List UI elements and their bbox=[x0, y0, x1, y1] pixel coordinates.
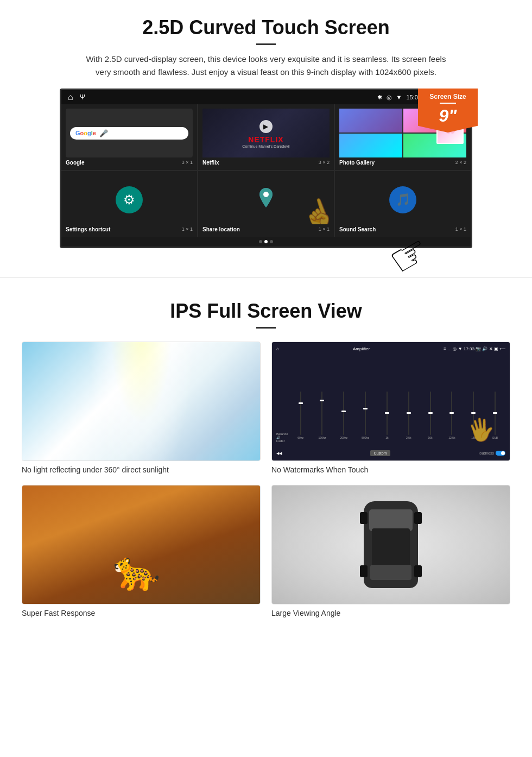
settings-tile-inner: ⚙ bbox=[66, 175, 193, 224]
curved-screen-section: 2.5D Curved Touch Screen With 2.5D curve… bbox=[0, 0, 532, 261]
features-grid: No light reflecting under 360° direct su… bbox=[22, 342, 510, 617]
sunlight-visual bbox=[22, 342, 260, 460]
gallery-label: Photo Gallery 2 × 2 bbox=[339, 160, 466, 166]
amplifier-image: ⌂ Amplifier ≡ … ◎ ▼ 17:33 📷 🔊 ✕ ▣ ⟵ Bala… bbox=[271, 342, 510, 461]
car-wheel-rear-left bbox=[360, 565, 368, 577]
amplifier-label: No Watermarks When Touch bbox=[271, 465, 510, 474]
google-logo: Google bbox=[75, 130, 96, 136]
amp-custom-btn[interactable]: Custom bbox=[370, 450, 390, 456]
car-wheel-front-left bbox=[360, 512, 368, 524]
ips-screen-section: IPS Full Screen View No light reflecting… bbox=[0, 294, 532, 634]
feature-amplifier: ⌂ Amplifier ≡ … ◎ ▼ 17:33 📷 🔊 ✕ ▣ ⟵ Bala… bbox=[271, 342, 510, 474]
car-visual: ◁ ▷ bbox=[272, 485, 510, 604]
amp-speaker-icon: 🔊 bbox=[276, 436, 288, 439]
usb-icon: Ψ bbox=[80, 93, 85, 101]
eq-bar-10k: 10k bbox=[420, 383, 441, 448]
sound-tile-size: 1 × 1 bbox=[455, 226, 466, 232]
share-tile-name: Share location bbox=[202, 226, 240, 232]
netflix-tile-inner: ▶ NETFLIX Continue Marvel's Daredevil bbox=[202, 109, 330, 157]
status-bar: ⌂ Ψ ✱ ◎ ▼ 15:06 📷 🔊 ✕ ▣ bbox=[61, 90, 471, 104]
sound-icon: 🎵 bbox=[389, 186, 416, 213]
amp-icons: ≡ … ◎ ▼ 17:33 📷 🔊 ✕ ▣ ⟵ bbox=[444, 346, 505, 351]
amp-home: ⌂ bbox=[276, 346, 279, 351]
feature-car: ◁ ▷ Large Viewing Angle bbox=[271, 485, 510, 617]
google-tile[interactable]: Google 🎤 Google 3 × 1 bbox=[61, 104, 197, 170]
section1-description: With 2.5D curved-display screen, this de… bbox=[81, 53, 451, 79]
amp-hand: 🖐 bbox=[465, 415, 496, 445]
play-button[interactable]: ▶ bbox=[259, 120, 273, 133]
car-top-view bbox=[364, 501, 418, 588]
sunlight-label: No light reflecting under 360° direct su… bbox=[22, 465, 261, 474]
dot-1 bbox=[259, 240, 262, 243]
share-label: Share location 1 × 1 bbox=[202, 226, 330, 232]
device-screen: ⌂ Ψ ✱ ◎ ▼ 15:06 📷 🔊 ✕ ▣ bbox=[60, 89, 472, 248]
netflix-subtitle: Continue Marvel's Daredevil bbox=[242, 144, 289, 148]
amp-header: ⌂ Amplifier ≡ … ◎ ▼ 17:33 📷 🔊 ✕ ▣ ⟵ bbox=[276, 346, 505, 351]
section-divider bbox=[0, 277, 532, 278]
title-divider bbox=[256, 43, 276, 45]
section2-divider bbox=[256, 327, 276, 329]
app-grid: Google 🎤 Google 3 × 1 bbox=[61, 104, 471, 237]
settings-tile-name: Settings shortcut bbox=[66, 226, 110, 232]
netflix-tile[interactable]: ▶ NETFLIX Continue Marvel's Daredevil Ne… bbox=[198, 104, 334, 170]
cheetah-visual: 🐆 bbox=[22, 485, 260, 604]
gallery-photo-1 bbox=[339, 109, 402, 133]
location-icon: ◎ bbox=[387, 94, 392, 101]
google-search-bar[interactable]: Google 🎤 bbox=[70, 127, 188, 140]
badge-size: 9" bbox=[439, 106, 457, 125]
hand-overlay: ☝ bbox=[297, 193, 330, 224]
wifi-icon: ▼ bbox=[396, 94, 402, 100]
gallery-tile-size: 2 × 2 bbox=[455, 160, 466, 166]
cheetah-silhouette: 🐆 bbox=[113, 548, 160, 593]
car-rear bbox=[370, 565, 411, 580]
device-wrapper: Screen Size 9" ⌂ Ψ ✱ ◎ ▼ 15:06 📷 🔊 ✕ bbox=[60, 89, 472, 248]
car-wheel-front-right bbox=[414, 512, 422, 524]
car-label: Large Viewing Angle bbox=[271, 609, 510, 617]
car-wheel-rear-right bbox=[414, 565, 422, 577]
svg-point-0 bbox=[263, 192, 269, 197]
sunlight-rays bbox=[87, 342, 195, 460]
settings-tile-size: 1 × 1 bbox=[182, 226, 193, 232]
car-roof bbox=[372, 528, 410, 569]
feature-cheetah: 🐆 Super Fast Response bbox=[22, 485, 261, 617]
netflix-overlay: ▶ NETFLIX Continue Marvel's Daredevil bbox=[242, 118, 289, 148]
eq-bar-60hz: 60hz bbox=[290, 383, 311, 448]
dot-3 bbox=[270, 240, 273, 243]
netflix-tile-size: 3 × 2 bbox=[319, 160, 330, 166]
feature-sunlight: No light reflecting under 360° direct su… bbox=[22, 342, 261, 474]
settings-tile[interactable]: ⚙ Settings shortcut 1 × 1 bbox=[61, 171, 197, 237]
netflix-logo: NETFLIX bbox=[242, 135, 289, 144]
dot-2 bbox=[264, 240, 268, 243]
eq-bar-12-5k: 12.5k bbox=[441, 383, 462, 448]
sound-tile-inner: 🎵 bbox=[339, 175, 466, 224]
amplifier-visual: ⌂ Amplifier ≡ … ◎ ▼ 17:33 📷 🔊 ✕ ▣ ⟵ Bala… bbox=[272, 342, 510, 460]
section1-title: 2.5D Curved Touch Screen bbox=[33, 16, 499, 39]
sunlight-image bbox=[22, 342, 261, 461]
amp-fader-label: Fader bbox=[276, 439, 288, 443]
share-tile[interactable]: ☝ Share location 1 × 1 bbox=[198, 171, 334, 237]
eq-bar-1k: 1k bbox=[377, 383, 397, 448]
badge-label: Screen Size bbox=[423, 93, 472, 100]
badge-divider bbox=[440, 103, 456, 104]
section2-title: IPS Full Screen View bbox=[22, 300, 510, 323]
loudness-label: loudness bbox=[479, 451, 494, 455]
netflix-tile-name: Netflix bbox=[202, 160, 219, 166]
pagination-dots bbox=[61, 237, 471, 247]
loudness-toggle-pill[interactable] bbox=[496, 451, 505, 456]
settings-icon: ⚙ bbox=[116, 186, 143, 213]
amp-nav-prev[interactable]: ◀◀ bbox=[276, 451, 282, 456]
share-tile-size: 1 × 1 bbox=[319, 226, 330, 232]
gallery-photo-3 bbox=[339, 134, 402, 157]
gallery-tile-name: Photo Gallery bbox=[339, 160, 375, 166]
google-tile-size: 3 × 1 bbox=[182, 160, 193, 166]
sound-tile[interactable]: 🎵 Sound Search 1 × 1 bbox=[335, 171, 471, 237]
home-icon[interactable]: ⌂ bbox=[68, 92, 73, 102]
google-tile-inner: Google 🎤 bbox=[66, 109, 193, 157]
maps-icon bbox=[256, 187, 276, 213]
sound-label: Sound Search 1 × 1 bbox=[339, 226, 466, 232]
mic-icon: 🎤 bbox=[99, 129, 108, 137]
share-tile-inner: ☝ bbox=[202, 175, 330, 224]
amp-title: Amplifier bbox=[353, 346, 370, 351]
amp-time: 17:33 bbox=[464, 346, 474, 351]
eq-bar-2-5k: 2.5k bbox=[398, 383, 419, 448]
